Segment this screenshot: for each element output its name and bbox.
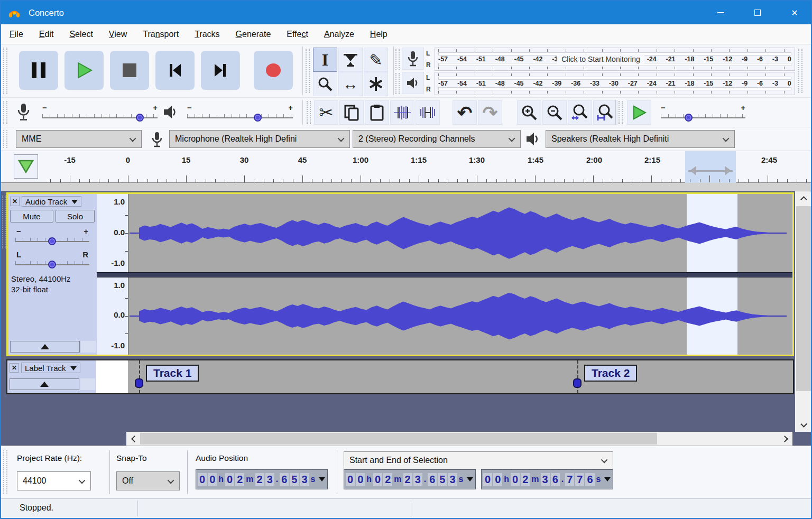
vertical-ruler-ch1[interactable]: 1.0 0.0 -1.0 <box>97 194 128 272</box>
copy-button[interactable] <box>339 100 364 125</box>
zoom-out-button[interactable] <box>542 100 567 125</box>
play-speed-slider[interactable]: − + <box>661 105 745 122</box>
zoom-in-button[interactable] <box>517 100 541 125</box>
menu-file[interactable]: File <box>10 30 23 39</box>
label-stem[interactable] <box>139 360 140 393</box>
transport-toolbar-grip[interactable] <box>3 48 7 94</box>
redo-button[interactable]: ↷ <box>478 100 502 125</box>
monitoring-hint[interactable]: Click to Start Monitoring <box>557 54 644 64</box>
envelope-tool-button[interactable] <box>338 48 363 72</box>
audio-position-field[interactable]: 00h02m23.653s <box>196 469 328 489</box>
skip-to-start-button[interactable] <box>155 51 195 90</box>
scroll-left-button[interactable] <box>126 432 140 446</box>
horizontal-scrollbar[interactable] <box>126 432 792 446</box>
channel-divider[interactable] <box>97 272 792 277</box>
record-volume-slider[interactable]: − + <box>42 105 158 122</box>
silence-audio-button[interactable] <box>416 100 440 125</box>
selection-toolbar-grip[interactable] <box>3 450 7 494</box>
device-toolbar-grip[interactable] <box>3 130 7 148</box>
playback-volume-slider[interactable]: − + <box>187 105 293 122</box>
timeshift-tool-button[interactable]: ↔ <box>338 72 363 96</box>
close-track-button[interactable]: ✕ <box>10 363 19 373</box>
track-name-menu[interactable]: Label Track <box>21 363 80 373</box>
label-text[interactable]: Track 1 <box>146 365 199 382</box>
time-field-dropdown-icon[interactable] <box>604 477 611 485</box>
close-track-button[interactable]: ✕ <box>10 197 20 206</box>
label-handle[interactable] <box>135 378 143 388</box>
playback-device-select[interactable]: Speakers (Realtek High Definiti <box>546 130 735 148</box>
menu-analyze[interactable]: Analyze <box>324 30 354 39</box>
meter-resize-grip[interactable] <box>798 49 802 93</box>
recording-channels-select[interactable]: 2 (Stereo) Recording Channels <box>353 130 521 148</box>
maximize-button[interactable] <box>739 1 776 24</box>
menu-transport[interactable]: Transport <box>143 30 179 39</box>
play-speed-thumb[interactable] <box>685 114 693 122</box>
draw-tool-button[interactable]: ✎ <box>364 48 388 72</box>
time-field-dropdown-icon[interactable] <box>319 477 325 485</box>
record-button[interactable] <box>254 51 293 90</box>
mute-button[interactable]: Mute <box>10 210 53 223</box>
menu-view[interactable]: View <box>109 30 127 39</box>
collapse-track-button[interactable] <box>10 341 80 353</box>
close-button[interactable]: ✕ <box>776 1 812 24</box>
edit-toolbar-grip[interactable] <box>307 101 311 124</box>
label-track-content[interactable]: Track 1Track 2 <box>128 360 793 393</box>
recording-device-select[interactable]: Microphone (Realtek High Defini <box>169 130 350 148</box>
record-meter-grip[interactable] <box>395 49 400 70</box>
menu-select[interactable]: Select <box>69 30 93 39</box>
play-meter-grip[interactable] <box>395 73 400 94</box>
trim-audio-button[interactable] <box>390 100 414 125</box>
track-name-menu[interactable]: Audio Track <box>22 196 81 207</box>
minimize-button[interactable] <box>702 1 739 24</box>
collapse-track-button[interactable] <box>10 378 79 390</box>
vertical-scroll-thumb[interactable] <box>796 206 811 391</box>
record-volume-thumb[interactable] <box>136 114 144 122</box>
undo-button[interactable]: ↶ <box>453 100 477 125</box>
multi-tool-button[interactable] <box>364 72 388 96</box>
scroll-right-button[interactable] <box>779 432 792 446</box>
label-stem[interactable] <box>577 360 578 393</box>
scroll-up-button[interactable] <box>795 191 812 205</box>
paste-button[interactable] <box>365 100 389 125</box>
zoom-tool-button[interactable] <box>313 72 337 96</box>
selection-start-field[interactable]: 00h02m23.653s <box>344 469 476 489</box>
label-text[interactable]: Track 2 <box>584 365 637 382</box>
gain-slider[interactable]: − + <box>15 229 89 246</box>
ruler-selection-region[interactable] <box>685 151 736 183</box>
tools-toolbar-grip[interactable] <box>306 49 310 93</box>
stop-button[interactable] <box>110 51 149 90</box>
label-handle[interactable] <box>573 378 582 388</box>
waveform-channel-2[interactable] <box>128 277 792 355</box>
selection-end-field[interactable]: 00h02m36.776s <box>481 469 613 489</box>
track-workspace[interactable]: ✕ Audio Track Mute Solo − + L R Ste <box>1 191 811 446</box>
zoom-selection-button[interactable] <box>568 100 592 125</box>
project-rate-select[interactable]: 44100 <box>17 471 91 490</box>
mixer-toolbar-grip[interactable] <box>3 101 7 124</box>
audio-host-select[interactable]: MME <box>16 130 142 148</box>
skip-to-end-button[interactable] <box>201 51 240 90</box>
pan-slider[interactable]: L R <box>15 252 89 269</box>
cut-button[interactable]: ✂ <box>314 100 338 125</box>
vertical-ruler-ch2[interactable]: 1.0 0.0 -1.0 <box>97 277 128 355</box>
waveform-channel-1[interactable] <box>128 194 792 272</box>
solo-button[interactable]: Solo <box>56 210 95 223</box>
record-meter-mic-button[interactable] <box>402 48 424 70</box>
ruler-scale[interactable]: -1501530451:001:151:301:452:002:152:302:… <box>42 151 811 183</box>
menu-edit[interactable]: Edit <box>39 30 54 39</box>
menu-generate[interactable]: Generate <box>236 30 271 39</box>
play-button[interactable] <box>64 51 104 90</box>
record-meter[interactable]: -57-54-51-48-45-42-39-36-33-30-27-24-21-… <box>435 48 795 71</box>
playback-volume-thumb[interactable] <box>254 114 262 122</box>
play-meter[interactable]: -57-54-51-48-45-42-39-36-33-30-27-24-21-… <box>435 72 795 95</box>
vertical-scrollbar[interactable] <box>795 191 812 432</box>
snap-to-select[interactable]: Off <box>116 471 180 490</box>
play-speed-toolbar-grip[interactable] <box>619 101 623 124</box>
pause-button[interactable] <box>19 51 58 90</box>
menu-help[interactable]: Help <box>370 30 387 39</box>
pan-thumb[interactable] <box>48 261 56 268</box>
gain-thumb[interactable] <box>48 237 56 245</box>
timeline-ruler[interactable]: -1501530451:001:151:301:452:002:152:302:… <box>1 151 811 183</box>
selection-mode-select[interactable]: Start and End of Selection <box>344 451 613 469</box>
zoom-fit-button[interactable] <box>593 100 617 125</box>
timeline-options-button[interactable] <box>14 154 38 179</box>
